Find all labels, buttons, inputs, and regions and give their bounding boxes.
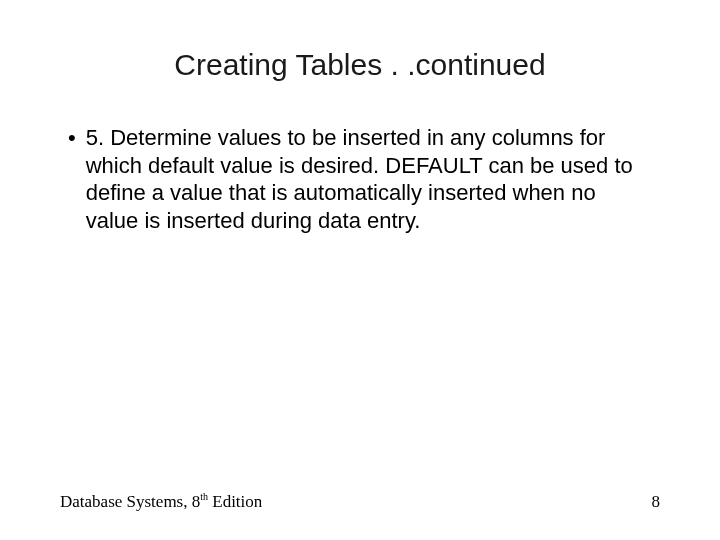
footer-text-suffix: Edition bbox=[208, 492, 262, 511]
slide-title: Creating Tables . .continued bbox=[60, 48, 660, 82]
footer-text-prefix: Database Systems, 8 bbox=[60, 492, 200, 511]
footer: Database Systems, 8th Edition 8 bbox=[60, 491, 660, 512]
bullet-text: 5. Determine values to be inserted in an… bbox=[86, 124, 646, 234]
page-number: 8 bbox=[652, 492, 661, 512]
bullet-icon: • bbox=[68, 124, 76, 152]
bullet-item: • 5. Determine values to be inserted in … bbox=[68, 124, 660, 234]
slide: Creating Tables . .continued • 5. Determ… bbox=[0, 0, 720, 540]
footer-left: Database Systems, 8th Edition bbox=[60, 491, 262, 512]
footer-sup: th bbox=[200, 491, 208, 502]
